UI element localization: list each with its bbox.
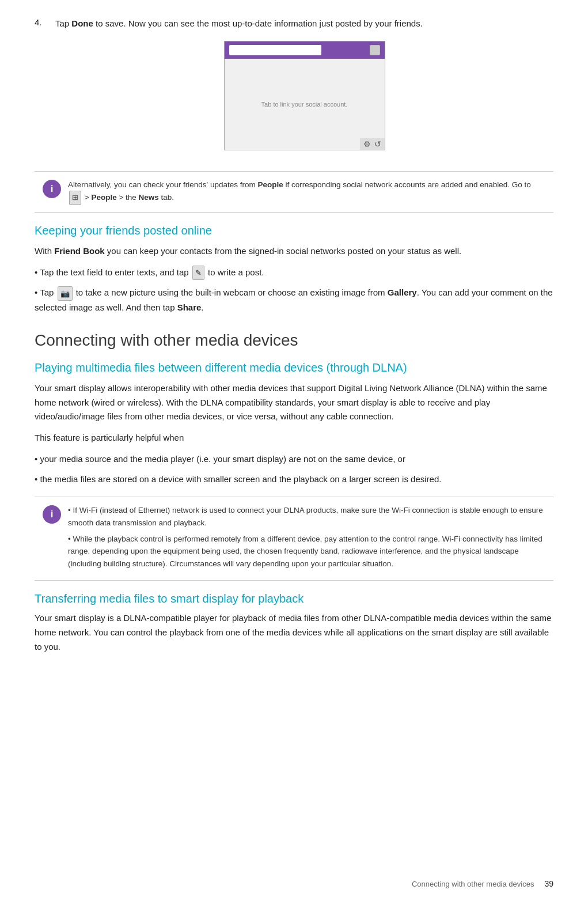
note-text-1: Alternatively, you can check your friend… bbox=[68, 179, 545, 205]
screenshot-top-bar bbox=[225, 41, 385, 59]
note-people-bold2: People bbox=[91, 193, 116, 202]
warning-icon: i bbox=[43, 505, 61, 524]
screenshot-container: Tab to link your social account. ⚙ ↺ bbox=[55, 41, 553, 150]
warning-icon-letter: i bbox=[51, 509, 54, 520]
camera-icon-btn: 📷 bbox=[58, 286, 73, 301]
note-news-bold: News bbox=[139, 193, 159, 202]
screenshot-settings-icon: ⚙ bbox=[363, 139, 371, 149]
warning-text: • If Wi-Fi (instead of Ethernet) network… bbox=[68, 504, 545, 573]
keeping-bullet2: • Tap 📷 to take a new picture using the … bbox=[35, 286, 553, 315]
section-transferring-title: Transferring media files to smart displa… bbox=[35, 592, 553, 605]
note-icon-letter: i bbox=[51, 183, 54, 195]
gallery-bold: Gallery bbox=[388, 287, 417, 297]
screenshot-footer: ⚙ ↺ bbox=[360, 138, 385, 150]
screenshot-box: Tab to link your social account. ⚙ ↺ bbox=[224, 41, 385, 150]
home-icon-btn: ⊞ bbox=[69, 191, 81, 205]
step-number: 4. bbox=[35, 17, 55, 161]
step-4: 4. Tap Done to save. Now you can see the… bbox=[35, 17, 553, 161]
screenshot-icon1 bbox=[370, 45, 380, 55]
screenshot-body: Tab to link your social account. bbox=[225, 59, 385, 150]
note-icon-1: i bbox=[43, 180, 61, 198]
playing-para1: Your smart display allows interoperabili… bbox=[35, 381, 553, 424]
section-keeping-title: Keeping your friends posted online bbox=[35, 224, 553, 237]
keeping-bullet1: • Tap the text field to enter texts, and… bbox=[35, 266, 553, 281]
screenshot-refresh-icon: ↺ bbox=[374, 139, 381, 149]
note-box-1: i Alternatively, you can check your frie… bbox=[35, 171, 553, 213]
note-people-bold: People bbox=[257, 180, 283, 189]
keeping-bullet2-text: • Tap 📷 to take a new picture using the … bbox=[35, 286, 553, 315]
page-footer: Connecting with other media devices 39 bbox=[412, 879, 553, 888]
friend-book-bold: Friend Book bbox=[54, 246, 105, 256]
section-playing-title: Playing multimedia files between differe… bbox=[35, 361, 553, 374]
step-content: Tap Done to save. Now you can see the mo… bbox=[55, 17, 553, 161]
write-icon-btn: ✎ bbox=[192, 266, 204, 280]
warning-bullet1-text: • If Wi-Fi (instead of Ethernet) network… bbox=[68, 504, 545, 529]
warning-bullet1: • If Wi-Fi (instead of Ethernet) network… bbox=[68, 504, 545, 529]
warning-box: i • If Wi-Fi (instead of Ethernet) netwo… bbox=[35, 497, 553, 581]
warning-bullet2-text: • While the playback control is performe… bbox=[68, 533, 545, 570]
step4-bold-done: Done bbox=[71, 18, 93, 28]
section-connecting-title: Connecting with other media devices bbox=[35, 331, 553, 350]
step4-text: Tap Done to save. Now you can see the mo… bbox=[55, 17, 553, 31]
playing-bullet2: • the media files are stored on a device… bbox=[35, 472, 553, 487]
transferring-para1: Your smart display is a DLNA-compatible … bbox=[35, 611, 553, 654]
share-bold: Share bbox=[177, 302, 202, 312]
keeping-bullet1-text: • Tap the text field to enter texts, and… bbox=[35, 266, 264, 281]
page-number: 39 bbox=[544, 879, 553, 888]
playing-bullet1: • your media source and the media player… bbox=[35, 452, 553, 467]
warning-bullet2: • While the playback control is performe… bbox=[68, 533, 545, 570]
screenshot-icons bbox=[370, 45, 380, 55]
screenshot-body-text: Tab to link your social account. bbox=[261, 101, 348, 108]
screenshot-search-bar bbox=[229, 45, 321, 55]
footer-text: Connecting with other media devices bbox=[412, 880, 534, 888]
playing-bullet2-text: • the media files are stored on a device… bbox=[35, 472, 441, 487]
playing-para2: This feature is particularly helpful whe… bbox=[35, 431, 553, 445]
playing-bullet1-text: • your media source and the media player… bbox=[35, 452, 405, 467]
keeping-para1: With Friend Book you can keep your conta… bbox=[35, 244, 553, 259]
